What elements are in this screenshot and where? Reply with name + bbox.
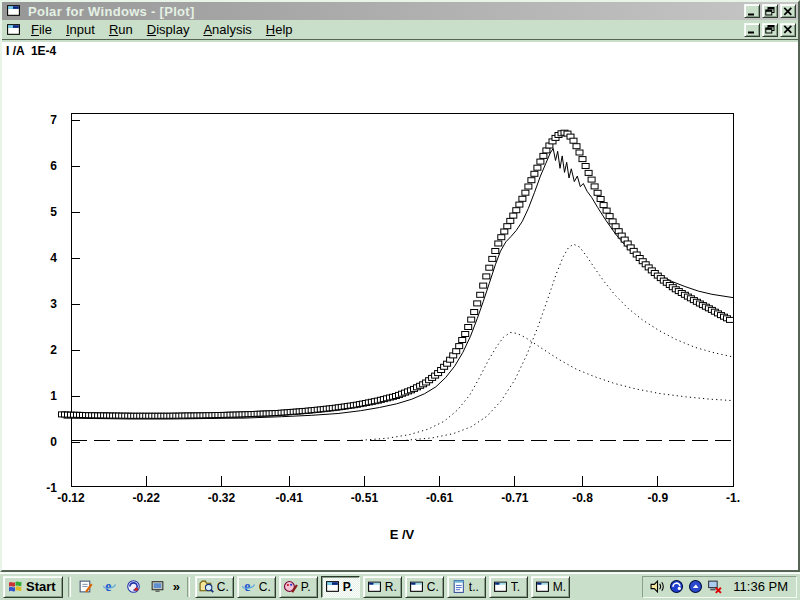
task-button-label: P. xyxy=(343,580,353,594)
task-button-2[interactable]: eC. xyxy=(237,576,276,598)
child-close-button[interactable] xyxy=(780,23,796,37)
quick-launch-mail-sync-icon[interactable] xyxy=(124,577,144,597)
menu-bar: FileInputRunDisplayAnalysisHelp xyxy=(2,20,798,40)
task-button-label: P. xyxy=(301,580,311,594)
taskbar: Start e » C.eC.P.P.R.C.t..T.M. 11:36 PM xyxy=(0,572,800,600)
window-icon xyxy=(535,579,551,595)
notepad-icon xyxy=(451,579,467,595)
task-button-1[interactable]: C. xyxy=(195,576,234,598)
quick-launch-document-pen-icon[interactable] xyxy=(76,577,96,597)
blue-disc-alt-icon[interactable] xyxy=(687,579,703,595)
close-button[interactable] xyxy=(780,4,796,18)
x-tick-label: -0.32 xyxy=(208,491,236,505)
series-measured-current xyxy=(64,149,734,420)
task-button-label: T. xyxy=(511,580,520,594)
window-icon xyxy=(493,579,509,595)
window-icon xyxy=(367,579,383,595)
plot-frame xyxy=(71,113,733,486)
task-button-6[interactable]: C. xyxy=(405,576,444,598)
y-tick-label: 3 xyxy=(50,297,57,311)
series-fitted-total xyxy=(59,130,734,418)
menu-item-input[interactable]: Input xyxy=(59,20,102,39)
x-axis-title: E /V xyxy=(390,527,415,542)
menu-item-help[interactable]: Help xyxy=(259,20,300,39)
paint-palette-icon xyxy=(283,579,299,595)
taskbar-clock[interactable]: 11:36 PM xyxy=(733,579,788,594)
windows-flag-icon xyxy=(7,579,23,595)
plot-client-area: I /A 1E-4 76543210-1-0.12-0.22-0.32-0.41… xyxy=(2,42,798,570)
app-window: Polar for Windows - [Plot] FileInputRunD… xyxy=(0,0,800,572)
task-button-label: C. xyxy=(217,580,229,594)
x-tick-label: -0.22 xyxy=(133,491,161,505)
y-tick-label: 2 xyxy=(50,343,57,357)
task-button-9[interactable]: M. xyxy=(531,576,570,598)
title-bar: Polar for Windows - [Plot] xyxy=(2,2,798,20)
document-system-menu-icon[interactable] xyxy=(6,22,22,38)
quick-launch-overflow-chevron[interactable]: » xyxy=(171,579,182,594)
restore-button[interactable] xyxy=(762,4,778,18)
y-tick-label: 5 xyxy=(50,205,57,219)
task-button-label: C. xyxy=(427,580,439,594)
plot-canvas: 76543210-1-0.12-0.22-0.32-0.41-0.51-0.61… xyxy=(2,42,798,570)
task-button-strip: C.eC.P.P.R.C.t..T.M. xyxy=(195,576,570,598)
x-tick-label: -0.9 xyxy=(647,491,668,505)
menu-item-analysis[interactable]: Analysis xyxy=(196,20,258,39)
x-tick-label: -0.71 xyxy=(501,491,529,505)
task-button-8[interactable]: T. xyxy=(489,576,528,598)
task-button-5[interactable]: R. xyxy=(363,576,402,598)
x-tick-label: -0.8 xyxy=(572,491,593,505)
taskbar-divider xyxy=(187,577,190,597)
child-restore-button[interactable] xyxy=(762,23,778,37)
y-axis-ticks: 76543210-1 xyxy=(46,113,80,495)
x-tick-label: -0.12 xyxy=(57,491,85,505)
quick-launch-bar: e xyxy=(76,577,168,597)
task-button-7[interactable]: t.. xyxy=(447,576,486,598)
task-button-label: C. xyxy=(259,580,271,594)
x-axis-ticks: -0.12-0.22-0.32-0.41-0.51-0.61-0.71-0.8-… xyxy=(57,476,740,505)
task-button-label: M. xyxy=(553,580,566,594)
y-tick-label: 1 xyxy=(50,389,57,403)
start-button-label: Start xyxy=(26,579,56,594)
child-window-buttons xyxy=(744,23,796,37)
app-icon xyxy=(6,3,22,19)
menu-item-file[interactable]: File xyxy=(24,20,59,39)
menu-item-display[interactable]: Display xyxy=(140,20,197,39)
window-icon xyxy=(409,579,425,595)
speaker-icon[interactable] xyxy=(649,579,665,595)
x-tick-label: -0.41 xyxy=(275,491,303,505)
blue-disc-icon[interactable] xyxy=(668,579,684,595)
quick-launch-display-monitor-icon[interactable] xyxy=(148,577,168,597)
task-button-label: t.. xyxy=(469,580,479,594)
app-window-icon xyxy=(325,579,341,595)
quick-launch-internet-explorer-icon[interactable]: e xyxy=(100,577,120,597)
x-tick-label: -0.61 xyxy=(426,491,454,505)
y-tick-label: 4 xyxy=(50,251,57,265)
series-peak-component-2 xyxy=(402,244,733,440)
y-tick-label: 7 xyxy=(50,113,57,127)
y-tick-label: 6 xyxy=(50,159,57,173)
title-bar-buttons xyxy=(744,4,796,18)
network-error-icon[interactable] xyxy=(706,579,722,595)
y-tick-label: 0 xyxy=(50,435,57,449)
start-button[interactable]: Start xyxy=(3,576,63,598)
system-tray: 11:36 PM xyxy=(642,576,797,598)
internet-explorer-icon: e xyxy=(241,579,257,595)
x-tick-label: -0.51 xyxy=(351,491,379,505)
task-button-label: R. xyxy=(385,580,397,594)
task-button-3[interactable]: P. xyxy=(279,576,318,598)
x-tick-label: -1. xyxy=(726,491,740,505)
svg-text:e: e xyxy=(105,579,111,594)
task-button-4[interactable]: P. xyxy=(321,576,360,598)
taskbar-divider xyxy=(68,577,71,597)
folder-search-icon xyxy=(199,579,215,595)
minimize-button[interactable] xyxy=(744,4,760,18)
svg-text:e: e xyxy=(245,579,251,594)
y-tick-label: -1 xyxy=(46,481,57,495)
menu-item-run[interactable]: Run xyxy=(102,20,140,39)
child-minimize-button[interactable] xyxy=(744,23,760,37)
window-title: Polar for Windows - [Plot] xyxy=(28,4,744,19)
